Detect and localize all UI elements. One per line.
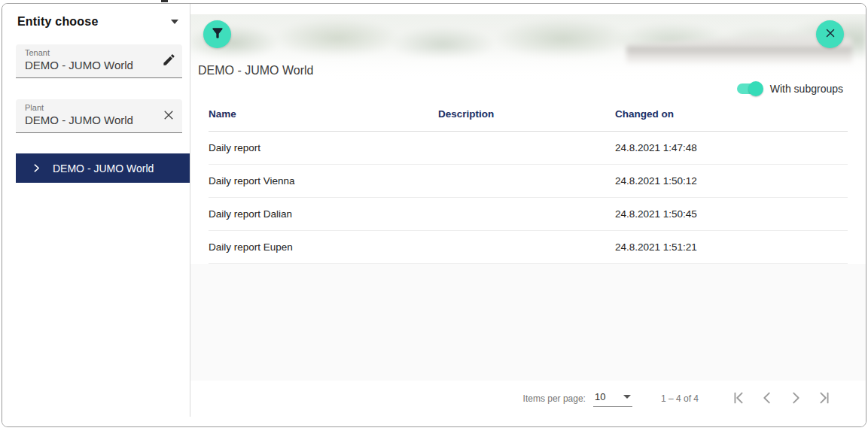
cell-changed-on: 24.8.2021 1:50:12 — [615, 175, 848, 187]
page-nav — [721, 387, 836, 410]
close-icon — [824, 26, 837, 42]
table-row[interactable]: Daily report Dalian 24.8.2021 1:50:45 — [209, 198, 848, 231]
entity-choose-dialog: Entity choose Tenant DEMO - JUMO World P… — [2, 3, 866, 427]
cell-changed-on: 24.8.2021 1:50:45 — [615, 208, 848, 220]
first-page-button[interactable] — [727, 387, 750, 410]
chevron-right-icon[interactable] — [32, 163, 41, 173]
entity-choose-panel: Entity choose Tenant DEMO - JUMO World P… — [2, 4, 190, 426]
filter-icon — [210, 26, 225, 43]
paginator: Items per page: 10 1 – 4 of 4 — [190, 381, 866, 417]
items-per-page-value: 10 — [595, 391, 605, 402]
subgroups-toggle[interactable] — [736, 81, 763, 96]
cell-name: Daily report Dalian — [209, 208, 438, 220]
column-header-name: Name — [209, 108, 438, 120]
clear-plant-button[interactable] — [160, 107, 178, 125]
collapse-caret-icon[interactable] — [171, 20, 178, 24]
prev-page-button[interactable] — [756, 387, 778, 410]
next-page-icon — [787, 390, 804, 408]
close-button[interactable] — [816, 20, 844, 48]
plant-field[interactable]: Plant DEMO - JUMO World — [16, 99, 182, 133]
next-page-button[interactable] — [784, 387, 807, 410]
panel-title: Entity choose — [17, 15, 99, 29]
items-per-page-select[interactable]: 10 — [593, 391, 632, 407]
reports-panel: DEMO - JUMO World With subgroups — [190, 4, 866, 426]
cell-changed-on: 24.8.2021 1:51:21 — [615, 241, 848, 253]
pencil-icon — [162, 53, 176, 69]
table-row[interactable]: Daily report Eupen 24.8.2021 1:51:21 — [209, 231, 848, 264]
cell-name: Daily report Vienna — [209, 175, 438, 187]
table-empty-area — [190, 264, 866, 381]
column-header-description: Description — [438, 108, 615, 120]
last-page-icon — [816, 390, 833, 408]
filter-button[interactable] — [203, 20, 231, 48]
entity-choose-header[interactable]: Entity choose — [17, 15, 178, 29]
tenant-field[interactable]: Tenant DEMO - JUMO World — [16, 44, 182, 78]
clear-icon — [162, 108, 175, 124]
tenant-value: DEMO - JUMO World — [25, 59, 173, 71]
tree-item-demo-jumo-world[interactable]: DEMO - JUMO World — [16, 153, 190, 183]
first-page-icon — [730, 390, 747, 408]
cell-name: Daily report — [209, 142, 438, 153]
items-per-page-label: Items per page: — [523, 393, 586, 404]
tenant-label: Tenant — [25, 48, 173, 57]
plant-label: Plant — [25, 103, 173, 112]
edit-tenant-button[interactable] — [160, 52, 178, 70]
column-header-changed-on: Changed on — [615, 108, 848, 120]
page-range-label: 1 – 4 of 4 — [661, 393, 699, 404]
reports-table: Name Description Changed on Daily report… — [209, 96, 848, 264]
last-page-button[interactable] — [813, 387, 836, 410]
cell-changed-on: 24.8.2021 1:47:48 — [615, 142, 848, 153]
plant-value: DEMO - JUMO World — [25, 114, 173, 126]
screen-edge-artifact — [161, 0, 168, 2]
subgroups-label: With subgroups — [770, 83, 843, 95]
cell-name: Daily report Eupen — [209, 241, 438, 253]
table-row[interactable]: Daily report 24.8.2021 1:47:48 — [209, 132, 848, 165]
table-header-row: Name Description Changed on — [209, 96, 848, 132]
page-title: DEMO - JUMO World — [198, 64, 313, 77]
header-banner: DEMO - JUMO World — [190, 14, 866, 82]
select-caret-icon — [623, 395, 631, 399]
prev-page-icon — [759, 390, 775, 408]
table-row[interactable]: Daily report Vienna 24.8.2021 1:50:12 — [209, 165, 848, 198]
with-subgroups-row: With subgroups — [736, 80, 843, 98]
tree-item-label: DEMO - JUMO World — [53, 162, 154, 175]
